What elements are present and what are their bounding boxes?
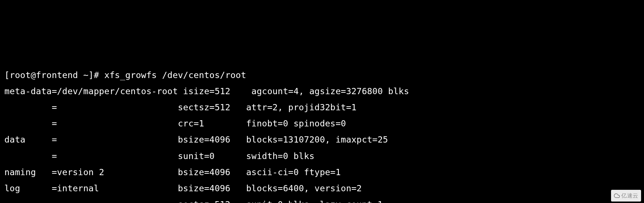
- output-line-log: log =internal bsize=4096 blocks=6400, ve…: [4, 183, 362, 193]
- terminal-window[interactable]: [root@frontend ~]# xfs_growfs /dev/cento…: [4, 67, 640, 203]
- output-line-crc: = crc=1 finobt=0 spinodes=0: [4, 118, 346, 129]
- output-line-sunit: = sunit=0 swidth=0 blks: [4, 151, 315, 161]
- output-line-sectsz: = sectsz=512 attr=2, projid32bit=1: [4, 102, 356, 112]
- output-line-metadata: meta-data=/dev/mapper/centos-root isize=…: [4, 86, 409, 96]
- output-line-log-sectsz: = sectsz=512 sunit=0 blks, lazy-count=1: [4, 199, 383, 203]
- watermark-badge: 亿速云: [611, 190, 641, 202]
- cloud-icon: [614, 193, 620, 199]
- shell-prompt: [root@frontend ~]#: [4, 70, 104, 80]
- watermark-text: 亿速云: [621, 191, 638, 201]
- output-line-naming: naming =version 2 bsize=4096 ascii-ci=0 …: [4, 167, 341, 177]
- shell-command: xfs_growfs /dev/centos/root: [104, 70, 246, 80]
- output-line-data: data = bsize=4096 blocks=13107200, imaxp…: [4, 134, 388, 145]
